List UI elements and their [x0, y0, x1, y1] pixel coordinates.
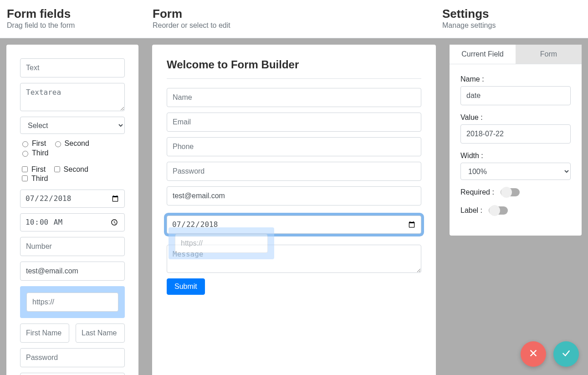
setting-name-input[interactable] [460, 86, 571, 105]
setting-width-label: Width : [460, 152, 571, 160]
settings-body: Name : Value : Width : 100% Required : [450, 64, 582, 236]
form-phone-input[interactable] [167, 137, 421, 156]
form-field-email[interactable] [167, 113, 421, 132]
settings-panel: Current Field Form Name : Value : Width … [450, 45, 582, 236]
form-canvas: Welcome to Form Builder [152, 45, 436, 375]
form-title: Welcome to Form Builder [167, 58, 421, 71]
setting-label-label: Label : [460, 206, 482, 215]
palette-fullname[interactable] [20, 324, 125, 343]
palette-radio-second[interactable] [55, 141, 61, 147]
palette-checkbox-group[interactable]: First Second Third [20, 165, 125, 183]
palette-time-input[interactable] [20, 213, 125, 231]
palette-text[interactable] [20, 58, 125, 77]
palette-textarea[interactable] [20, 83, 125, 111]
close-icon [528, 348, 538, 360]
header-form-title: Form [153, 7, 442, 21]
palette-select-input[interactable]: Select [20, 117, 125, 134]
palette-select[interactable]: Select [20, 117, 125, 134]
tab-form[interactable]: Form [516, 45, 582, 64]
palette-url-input[interactable] [26, 293, 118, 312]
palette-url-highlighted[interactable] [20, 286, 125, 318]
form-name-input[interactable] [167, 88, 421, 107]
setting-required: Required : [460, 188, 571, 196]
palette-radio-third[interactable] [22, 151, 28, 157]
palette-textarea-input[interactable] [20, 83, 125, 111]
check-icon [561, 348, 571, 360]
palette-password[interactable] [20, 348, 125, 367]
palette-date[interactable] [20, 190, 125, 208]
cancel-button[interactable] [521, 341, 546, 367]
workspace: Select First Second Third First Second T… [0, 38, 588, 375]
header-form-fields: Form fields Drag field to the form [7, 7, 153, 30]
header-form: Form Reorder or select to edit [153, 7, 442, 30]
setting-value: Value : [460, 113, 571, 144]
form-password-input[interactable] [167, 162, 421, 181]
palette-extra-input[interactable] [20, 373, 125, 375]
header-settings: Settings Manage settings [442, 7, 581, 30]
palette-extra[interactable] [20, 373, 125, 375]
palette-email-input[interactable] [20, 262, 125, 281]
palette-check-third[interactable] [22, 175, 28, 181]
form-divider [167, 78, 421, 79]
form-email-input[interactable] [167, 113, 421, 132]
header-form-subtitle: Reorder or select to edit [153, 21, 442, 30]
header-settings-subtitle: Manage settings [442, 21, 581, 30]
drag-ghost-url-field[interactable] [169, 227, 274, 259]
palette-radio-first[interactable] [22, 141, 28, 147]
setting-required-toggle[interactable] [501, 188, 520, 196]
setting-width-select[interactable]: 100% [460, 163, 571, 180]
palette-first-name-input[interactable] [20, 324, 69, 343]
palette-last-name-input[interactable] [76, 324, 125, 343]
palette-radio-group[interactable]: First Second Third [20, 139, 125, 159]
setting-required-label: Required : [460, 188, 494, 196]
setting-value-label: Value : [460, 113, 571, 122]
setting-name: Name : [460, 75, 571, 105]
setting-name-label: Name : [460, 75, 571, 83]
form-email-value-input[interactable] [167, 186, 421, 205]
form-field-name[interactable] [167, 88, 421, 107]
palette-number[interactable] [20, 237, 125, 256]
submit-button[interactable]: Submit [167, 278, 205, 295]
palette-email[interactable] [20, 262, 125, 281]
page-headers: Form fields Drag field to the form Form … [0, 0, 588, 38]
setting-label-toggle[interactable] [489, 206, 508, 215]
setting-label: Label : [460, 206, 571, 215]
setting-width: Width : 100% [460, 152, 571, 180]
form-field-email-value[interactable] [167, 186, 421, 205]
palette-date-input[interactable] [20, 190, 125, 208]
palette-check-first[interactable] [22, 166, 28, 172]
form-field-phone[interactable] [167, 137, 421, 156]
palette-time[interactable] [20, 213, 125, 231]
form-field-password[interactable] [167, 162, 421, 181]
setting-value-input[interactable] [460, 124, 571, 144]
header-settings-title: Settings [442, 7, 581, 21]
palette-number-input[interactable] [20, 237, 125, 256]
palette-check-second[interactable] [54, 166, 60, 172]
palette-password-input[interactable] [20, 348, 125, 367]
palette-text-input[interactable] [20, 58, 125, 77]
settings-tabs: Current Field Form [450, 45, 582, 64]
fab-row [521, 341, 579, 367]
confirm-button[interactable] [553, 341, 579, 367]
field-palette: Select First Second Third First Second T… [6, 45, 138, 375]
drag-ghost-url-input[interactable] [175, 234, 268, 253]
header-form-fields-subtitle: Drag field to the form [7, 21, 153, 30]
tab-current-field[interactable]: Current Field [450, 45, 516, 64]
header-form-fields-title: Form fields [7, 7, 153, 21]
